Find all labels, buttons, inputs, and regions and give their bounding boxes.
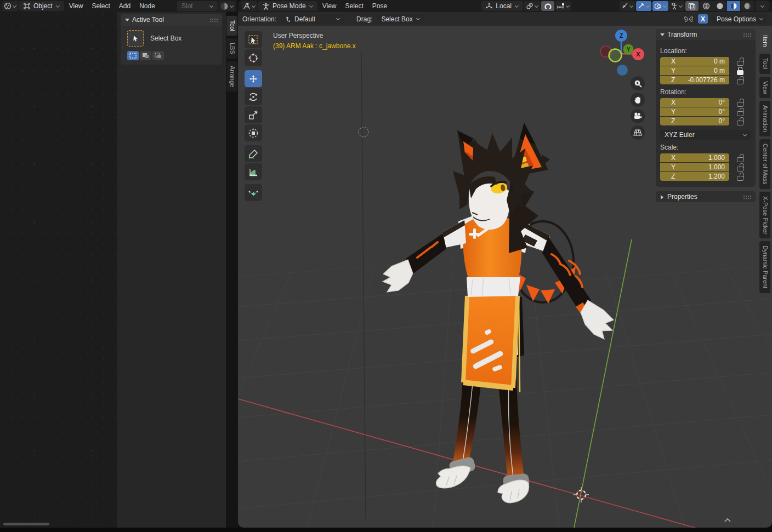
location-x-field[interactable]: X0 m <box>660 57 729 66</box>
lock-icon[interactable] <box>737 79 743 84</box>
properties-panel-header[interactable]: Properties <box>656 191 756 202</box>
tab-item[interactable]: Item <box>759 31 770 51</box>
location-y-field[interactable]: Y0 m <box>660 66 729 75</box>
measure-tool[interactable] <box>245 163 262 180</box>
pan-hand-button[interactable] <box>631 93 645 107</box>
mode-selector[interactable]: Pose Mode <box>258 1 317 11</box>
viewport-nav-buttons <box>631 76 645 140</box>
shading-material-button[interactable] <box>727 1 740 11</box>
move-tool[interactable] <box>245 70 262 87</box>
lock-icon[interactable] <box>737 111 743 116</box>
panel-grip-icon[interactable] <box>743 33 751 37</box>
tab-tool[interactable]: Tool <box>226 16 237 36</box>
transform-panel-header[interactable]: Transform <box>656 29 756 40</box>
snap-toggle[interactable] <box>541 1 554 11</box>
rotate-tool[interactable] <box>245 88 262 105</box>
scale-y-field[interactable]: Y1.000 <box>660 163 729 171</box>
pivot-point-icon <box>526 2 533 10</box>
tab-view[interactable]: View <box>759 77 770 99</box>
rotation-z-field[interactable]: Z0° <box>660 117 729 125</box>
pose-options-dropdown[interactable]: Pose Options <box>712 14 768 24</box>
select-box-tool[interactable] <box>245 31 262 48</box>
active-tool-panel-header[interactable]: Active Tool <box>121 14 222 26</box>
scale-x-field[interactable]: X1.000 <box>660 153 729 162</box>
gizmo-axis-neg-y[interactable] <box>609 49 622 62</box>
shading-solid-button[interactable] <box>713 1 726 11</box>
horizontal-scrollbar[interactable] <box>3 523 49 525</box>
select-extend-icon <box>142 53 149 59</box>
shading-rendered-button[interactable] <box>741 1 754 11</box>
transform-panel: Transform Location: X0 m Y0 m Z-0.007726… <box>656 29 756 187</box>
shader-editor-icon <box>4 2 12 10</box>
shader-editor-type-dropdown[interactable] <box>2 1 18 11</box>
gizmo-axis-neg-z[interactable] <box>617 65 628 76</box>
material-slot-dropdown[interactable]: Slot <box>177 1 218 11</box>
show-gizmo-toggle[interactable] <box>636 1 651 11</box>
rotation-y-field[interactable]: Y0° <box>660 107 729 116</box>
lock-icon[interactable] <box>737 167 743 171</box>
select-menu[interactable]: Select <box>342 2 367 10</box>
right-foot <box>498 480 529 503</box>
select-mode-subtract-button[interactable] <box>152 51 164 60</box>
pivot-point-dropdown[interactable] <box>524 1 540 11</box>
pose-breakdowner-tool[interactable] <box>245 184 262 201</box>
gizmo-dropdown[interactable] <box>620 1 635 11</box>
lock-icon[interactable] <box>737 157 743 162</box>
rotation-x-field[interactable]: X0° <box>660 98 729 107</box>
navigation-gizmo[interactable]: Y Z X <box>595 27 648 80</box>
panel-grip-icon[interactable] <box>743 195 751 199</box>
shader-menu-add[interactable]: Add <box>115 2 134 10</box>
region-expand-chevron[interactable] <box>724 518 731 522</box>
shader-menu-select[interactable]: Select <box>88 2 113 10</box>
tab-dynamic-parent[interactable]: Dynamic Parent <box>759 241 770 293</box>
zoom-button[interactable] <box>631 76 645 90</box>
lock-icon[interactable] <box>737 121 743 125</box>
transform-orientation-dropdown[interactable]: Local <box>481 1 523 11</box>
show-overlays-toggle[interactable] <box>652 1 668 11</box>
drag-dropdown[interactable]: Select Box <box>377 14 424 24</box>
select-mode-set-button[interactable] <box>127 51 139 60</box>
snap-settings-dropdown[interactable] <box>555 1 571 11</box>
viewport-canvas[interactable]: User Perspective (39) ARM Aak : c_jawbon… <box>238 26 772 528</box>
mirror-butterfly-icon[interactable] <box>684 15 694 23</box>
tab-animation[interactable]: Animation <box>759 101 770 136</box>
lock-icon[interactable] <box>737 102 743 107</box>
tab-tool[interactable]: Tool <box>759 54 770 73</box>
camera-view-button[interactable] <box>631 109 645 123</box>
lock-icon[interactable] <box>737 61 743 66</box>
xray-toggle[interactable] <box>685 1 699 11</box>
select-mode-extend-button[interactable] <box>140 51 151 60</box>
lock-icon[interactable] <box>737 176 743 181</box>
tab-x-pose-picker[interactable]: X-Pose Picker <box>759 192 770 239</box>
pose-menu[interactable]: Pose <box>368 2 391 10</box>
scale-tool[interactable] <box>245 106 262 123</box>
shader-node-canvas[interactable] <box>0 12 117 528</box>
lock-icon[interactable] <box>737 70 743 75</box>
panel-grip-icon[interactable] <box>209 18 218 22</box>
select-box-tool-thumb[interactable] <box>127 30 144 47</box>
drag-dropdown-value: Select Box <box>381 15 412 23</box>
tab-arrange[interactable]: Arrange <box>226 61 237 91</box>
shader-sidebar-tabs: Tool LBS Arrange <box>226 12 238 528</box>
shading-options-dropdown[interactable] <box>756 1 769 11</box>
armature-display-dropdown[interactable] <box>669 1 684 11</box>
tab-center-of-mass[interactable]: Center of Mass <box>759 139 770 189</box>
orientation-dropdown[interactable]: Default <box>281 14 344 24</box>
shader-menu-node[interactable]: Node <box>135 2 159 10</box>
shader-menu-view[interactable]: View <box>65 2 87 10</box>
cursor-tool[interactable] <box>245 49 262 66</box>
location-z-field[interactable]: Z-0.007726 m <box>660 76 729 84</box>
rotation-mode-dropdown[interactable]: XYZ Euler <box>660 130 751 140</box>
scale-z-field[interactable]: Z1.200 <box>660 172 729 181</box>
shading-wireframe-button[interactable] <box>700 1 713 11</box>
perspective-toggle-button[interactable] <box>631 125 645 140</box>
chevron-down-icon <box>760 4 764 8</box>
tab-lbs[interactable]: LBS <box>226 38 237 59</box>
annotate-tool[interactable] <box>245 145 262 162</box>
material-preview-sphere-button[interactable] <box>219 1 235 11</box>
shader-object-selector[interactable]: Object <box>19 1 64 11</box>
view-menu[interactable]: View <box>319 2 340 10</box>
viewport-editor-type-dropdown[interactable] <box>241 1 257 11</box>
mirror-x-toggle[interactable]: X <box>698 14 708 24</box>
transform-tool[interactable] <box>245 124 262 141</box>
